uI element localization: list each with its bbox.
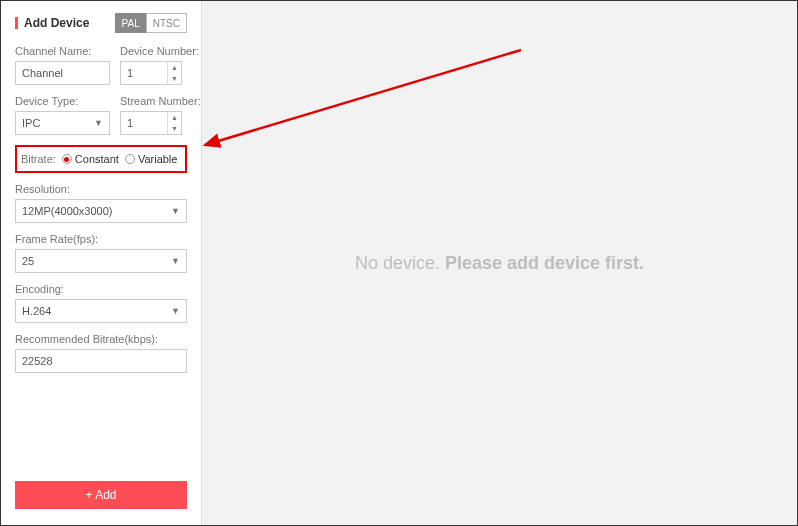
empty-state-message: No device. Please add device first. xyxy=(355,253,644,274)
caret-down-icon: ▼ xyxy=(171,306,180,316)
rec-bitrate-field: Recommended Bitrate(kbps): 22528 xyxy=(15,333,187,373)
panel-title: Add Device xyxy=(15,16,89,30)
stream-number-down[interactable]: ▼ xyxy=(168,123,181,134)
caret-down-icon: ▼ xyxy=(171,206,180,216)
sidebar-header: Add Device PAL NTSC xyxy=(15,13,187,33)
device-number-up[interactable]: ▲ xyxy=(168,62,181,73)
bitrate-label: Bitrate: xyxy=(21,153,56,165)
encoding-field: Encoding: H.264 ▼ xyxy=(15,283,187,323)
resolution-field: Resolution: 12MP(4000x3000) ▼ xyxy=(15,183,187,223)
title-accent-bar xyxy=(15,17,18,29)
sidebar-panel: Add Device PAL NTSC Channel Name: Channe… xyxy=(1,1,202,525)
app-frame: Add Device PAL NTSC Channel Name: Channe… xyxy=(0,0,798,526)
row-channel-device: Channel Name: Channel Device Number: 1 ▲… xyxy=(15,45,187,85)
caret-down-icon: ▼ xyxy=(171,256,180,266)
device-number-label: Device Number: xyxy=(120,45,182,57)
ntsc-button[interactable]: NTSC xyxy=(146,13,187,33)
row-type-stream: Device Type: IPC ▼ Stream Number: 1 ▲ ▼ xyxy=(15,95,187,135)
resolution-label: Resolution: xyxy=(15,183,187,195)
resolution-select[interactable]: 12MP(4000x3000) ▼ xyxy=(15,199,187,223)
device-number-spinner[interactable]: 1 ▲ ▼ xyxy=(120,61,182,85)
stream-number-label: Stream Number: xyxy=(120,95,182,107)
encoding-label: Encoding: xyxy=(15,283,187,295)
frame-rate-label: Frame Rate(fps): xyxy=(15,233,187,245)
pal-button[interactable]: PAL xyxy=(115,13,146,33)
device-number-down[interactable]: ▼ xyxy=(168,73,181,84)
stream-number-up[interactable]: ▲ xyxy=(168,112,181,123)
encoding-select[interactable]: H.264 ▼ xyxy=(15,299,187,323)
device-number-field: Device Number: 1 ▲ ▼ xyxy=(120,45,182,85)
channel-name-input[interactable]: Channel xyxy=(15,61,110,85)
caret-down-icon: ▼ xyxy=(94,118,103,128)
radio-checked-icon xyxy=(62,154,72,164)
title-text: Add Device xyxy=(24,16,89,30)
frame-rate-select[interactable]: 25 ▼ xyxy=(15,249,187,273)
device-type-label: Device Type: xyxy=(15,95,110,107)
empty-bold: Please add device first. xyxy=(445,253,644,273)
device-type-select[interactable]: IPC ▼ xyxy=(15,111,110,135)
flex-spacer xyxy=(15,383,187,481)
add-button[interactable]: + Add xyxy=(15,481,187,509)
device-type-field: Device Type: IPC ▼ xyxy=(15,95,110,135)
rec-bitrate-input[interactable]: 22528 xyxy=(15,349,187,373)
bitrate-variable-radio[interactable]: Variable xyxy=(125,153,178,165)
video-standard-toggle: PAL NTSC xyxy=(115,13,187,33)
device-number-stepper: ▲ ▼ xyxy=(167,62,181,84)
channel-name-field: Channel Name: Channel xyxy=(15,45,110,85)
empty-prefix: No device. xyxy=(355,253,445,273)
stream-number-field: Stream Number: 1 ▲ ▼ xyxy=(120,95,182,135)
radio-unchecked-icon xyxy=(125,154,135,164)
rec-bitrate-label: Recommended Bitrate(kbps): xyxy=(15,333,187,345)
stream-number-spinner[interactable]: 1 ▲ ▼ xyxy=(120,111,182,135)
channel-name-label: Channel Name: xyxy=(15,45,110,57)
main-area: No device. Please add device first. xyxy=(202,1,797,525)
bitrate-row-highlighted: Bitrate: Constant Variable xyxy=(15,145,187,173)
frame-rate-field: Frame Rate(fps): 25 ▼ xyxy=(15,233,187,273)
stream-number-stepper: ▲ ▼ xyxy=(167,112,181,134)
bitrate-constant-radio[interactable]: Constant xyxy=(62,153,119,165)
